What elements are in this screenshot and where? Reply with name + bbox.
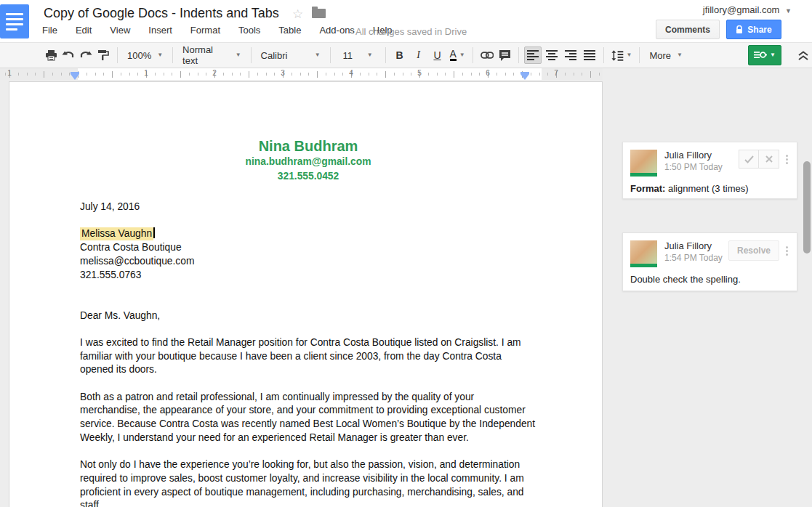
insert-comment-icon[interactable] bbox=[496, 46, 513, 64]
comment-card[interactable]: Julia Fillory 1:50 PM Today Format: alig… bbox=[622, 142, 797, 199]
recipient-block: Melissa Vaughn Contra Costa Boutique mel… bbox=[80, 227, 536, 282]
comment-text: Double check the spelling. bbox=[630, 274, 789, 285]
recipient-company[interactable]: Contra Costa Boutique bbox=[80, 241, 536, 255]
menu-file[interactable]: File bbox=[42, 25, 57, 36]
ruler-mark: 3 bbox=[278, 69, 287, 77]
chevron-down-icon: ▼ bbox=[157, 52, 163, 58]
collapse-toolbar-icon[interactable] bbox=[795, 46, 812, 64]
right-indent-marker[interactable] bbox=[520, 74, 529, 80]
doc-date[interactable]: July 14, 2016 bbox=[80, 200, 536, 214]
redo-icon[interactable] bbox=[77, 46, 95, 64]
ruler-mark: 1 bbox=[142, 69, 150, 77]
align-right-button[interactable] bbox=[562, 46, 579, 64]
ruler-mark: 5 bbox=[415, 69, 424, 77]
avatar bbox=[630, 240, 657, 267]
doc-heading-email[interactable]: nina.budhram@gmail.com bbox=[80, 155, 536, 169]
ruler-mark: 2 bbox=[210, 69, 219, 77]
check-icon bbox=[744, 155, 754, 163]
toolbar: 100% ▼ Normal text ▼ Calibri ▼ 11 ▼ B I … bbox=[0, 43, 812, 68]
menu-view[interactable]: View bbox=[110, 25, 130, 36]
account-email[interactable]: jfillory@gmail.com ▼ bbox=[703, 4, 792, 15]
folder-icon[interactable] bbox=[312, 9, 326, 18]
reject-suggestion-button[interactable] bbox=[759, 150, 779, 169]
comment-time: 1:54 PM Today bbox=[664, 253, 728, 263]
text-color-letter: A bbox=[450, 49, 457, 61]
save-status[interactable]: All changes saved in Drive bbox=[355, 26, 467, 37]
menu-tools[interactable]: Tools bbox=[238, 25, 260, 36]
line-spacing-button[interactable]: ▼ bbox=[609, 46, 634, 64]
left-indent-marker[interactable] bbox=[71, 74, 79, 80]
document-canvas: Nina Budhram nina.budhram@gmail.com 321.… bbox=[0, 80, 812, 507]
paragraph-styles-select[interactable]: Normal text ▼ bbox=[178, 46, 245, 64]
styles-value: Normal text bbox=[182, 44, 230, 66]
comment-author: Julia Fillory bbox=[664, 240, 728, 251]
doc-paragraph-1[interactable]: I was excited to find the Retail Manager… bbox=[80, 336, 536, 377]
ruler-mark: 7 bbox=[552, 69, 560, 77]
print-icon[interactable] bbox=[42, 46, 60, 64]
comment-card[interactable]: Julia Fillory 1:54 PM Today Resolve Doub… bbox=[622, 232, 797, 291]
document-title[interactable]: Copy of Google Docs - Indents and Tabs bbox=[44, 6, 279, 21]
comments-button[interactable]: Comments bbox=[656, 20, 720, 39]
menu-edit[interactable]: Edit bbox=[76, 25, 92, 36]
menu-addons[interactable]: Add-ons bbox=[319, 25, 354, 36]
comment-text: Format: alignment (3 times) bbox=[630, 183, 789, 194]
highlighted-text[interactable]: Melissa Vaughn bbox=[80, 227, 153, 240]
zoom-value: 100% bbox=[127, 50, 151, 61]
more-label: More bbox=[649, 50, 671, 61]
zoom-select[interactable]: 100% ▼ bbox=[123, 46, 167, 64]
chevron-down-icon: ▼ bbox=[677, 52, 683, 58]
text-color-button[interactable]: A ▼ bbox=[448, 46, 467, 64]
more-options-icon[interactable] bbox=[784, 243, 789, 259]
font-size-select[interactable]: 11 ▼ bbox=[336, 46, 380, 64]
account-email-text: jfillory@gmail.com bbox=[703, 4, 780, 15]
vertical-scrollbar[interactable] bbox=[803, 161, 811, 254]
more-button[interactable]: More ▼ bbox=[645, 46, 687, 64]
paint-format-icon[interactable] bbox=[95, 46, 112, 64]
doc-heading-name[interactable]: Nina Budhram bbox=[80, 137, 536, 155]
page-content: Nina Budhram nina.budhram@gmail.com 321.… bbox=[9, 82, 602, 507]
menu-bar: File Edit View Insert Format Tools Table… bbox=[42, 25, 393, 36]
editing-mode-button[interactable]: ▼ bbox=[748, 45, 781, 65]
recipient-email[interactable]: melissa@ccboutique.com bbox=[80, 255, 536, 269]
comment-time: 1:50 PM Today bbox=[664, 162, 739, 172]
ruler-ticks bbox=[0, 68, 603, 80]
comment-author: Julia Fillory bbox=[664, 150, 739, 161]
insert-link-icon[interactable] bbox=[478, 46, 497, 64]
doc-salutation[interactable]: Dear Ms. Vaughn, bbox=[80, 309, 536, 323]
menu-insert[interactable]: Insert bbox=[148, 25, 172, 36]
undo-icon[interactable] bbox=[60, 46, 77, 64]
chevron-down-icon: ▼ bbox=[315, 52, 321, 58]
italic-button[interactable]: I bbox=[410, 46, 427, 64]
document-page[interactable]: Nina Budhram nina.budhram@gmail.com 321.… bbox=[9, 81, 603, 507]
share-button[interactable]: Share bbox=[726, 20, 781, 39]
align-justify-button[interactable] bbox=[581, 46, 598, 64]
lock-icon bbox=[736, 25, 743, 34]
font-size-value: 11 bbox=[343, 50, 353, 61]
recipient-phone[interactable]: 321.555.0763 bbox=[80, 269, 536, 283]
doc-paragraph-2[interactable]: Both as a patron and retail professional… bbox=[80, 391, 536, 445]
star-icon[interactable]: ☆ bbox=[292, 7, 303, 22]
pen-icon bbox=[754, 51, 767, 60]
bold-button[interactable]: B bbox=[391, 46, 409, 64]
app-header: Copy of Google Docs - Indents and Tabs ☆… bbox=[0, 0, 812, 43]
align-center-button[interactable] bbox=[543, 46, 560, 64]
chevron-down-icon: ▼ bbox=[770, 52, 776, 58]
underline-button[interactable]: U bbox=[429, 46, 446, 64]
doc-heading-phone[interactable]: 321.555.0452 bbox=[80, 169, 536, 184]
close-icon bbox=[765, 155, 773, 163]
avatar bbox=[630, 150, 657, 177]
align-left-button[interactable] bbox=[524, 46, 542, 64]
recipient-name-line[interactable]: Melissa Vaughn bbox=[80, 227, 536, 241]
accept-suggestion-button[interactable] bbox=[739, 150, 759, 169]
font-select[interactable]: Calibri ▼ bbox=[257, 46, 325, 64]
menu-format[interactable]: Format bbox=[190, 25, 220, 36]
resolve-button[interactable]: Resolve bbox=[728, 240, 779, 261]
more-options-icon[interactable] bbox=[784, 152, 789, 167]
menu-table[interactable]: Table bbox=[278, 25, 301, 36]
google-docs-logo-icon[interactable] bbox=[0, 4, 29, 38]
ruler-mark: 6 bbox=[483, 69, 492, 77]
comment-text-rest: alignment (3 times) bbox=[665, 183, 748, 194]
ruler[interactable]: 1 1 2 3 4 5 6 7 bbox=[0, 68, 812, 80]
doc-paragraph-3[interactable]: Not only do I have the experience you’re… bbox=[80, 458, 536, 507]
chevron-down-icon: ▼ bbox=[627, 52, 632, 58]
